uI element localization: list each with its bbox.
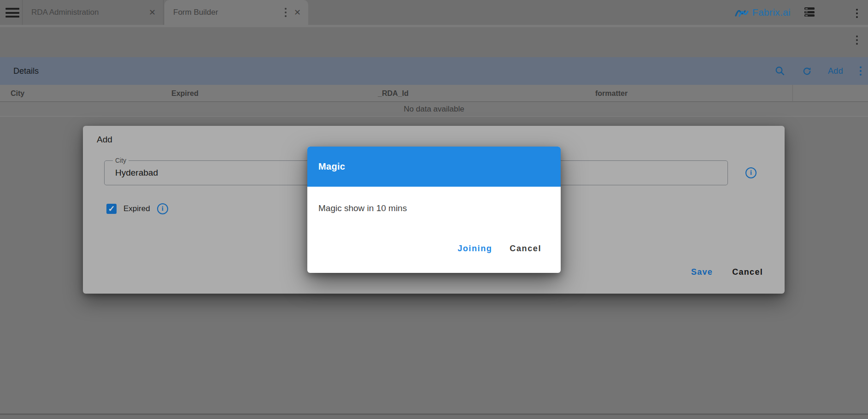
- page-kebab-icon[interactable]: [853, 34, 861, 47]
- brand-logo: Fabrix.ai: [735, 0, 791, 25]
- column-header-formatter[interactable]: formatter: [595, 85, 628, 102]
- expired-checkbox-label: Expired: [123, 204, 150, 213]
- toolbar-kebab-icon[interactable]: [859, 65, 862, 77]
- tab-label: RDA Administration: [23, 8, 145, 17]
- search-icon[interactable]: [774, 65, 786, 77]
- close-icon[interactable]: ✕: [290, 7, 308, 18]
- save-button[interactable]: Save: [691, 267, 713, 277]
- magic-dialog-title: Magic: [307, 161, 345, 172]
- tab-form-builder[interactable]: Form Builder ✕: [164, 0, 308, 25]
- table-header-row: City Expired _RDA_Id formatter: [0, 85, 868, 102]
- fabrix-wave-icon: [735, 7, 749, 18]
- footer-strip: [0, 415, 868, 419]
- column-header-city[interactable]: City: [11, 85, 24, 102]
- refresh-icon[interactable]: [801, 65, 812, 77]
- brand-name: Fabrix.ai: [752, 7, 791, 18]
- expired-info-icon[interactable]: i: [157, 203, 168, 214]
- magic-cancel-button[interactable]: Cancel: [510, 244, 541, 254]
- tab-rda-administration[interactable]: RDA Administration ✕: [22, 0, 164, 25]
- column-header-rda-id[interactable]: _RDA_Id: [378, 85, 409, 102]
- tab-options-kebab-icon[interactable]: [282, 6, 289, 19]
- top-tab-bar: RDA Administration ✕ Form Builder ✕ Fabr…: [0, 0, 868, 25]
- magic-dialog-message: Magic show in 10 mins: [318, 203, 407, 213]
- table-empty-message: No data available: [0, 102, 868, 117]
- expired-checkbox[interactable]: ✓: [106, 204, 117, 214]
- close-icon[interactable]: ✕: [145, 7, 163, 18]
- city-info-icon[interactable]: i: [745, 167, 757, 178]
- details-toolbar: Details Add: [0, 57, 868, 85]
- dialog-title: Add: [97, 135, 112, 145]
- tab-label: Form Builder: [164, 8, 282, 17]
- column-header-expired[interactable]: Expired: [171, 85, 199, 102]
- header-kebab-icon[interactable]: [853, 7, 861, 20]
- column-divider: [792, 85, 793, 102]
- section-title: Details: [0, 66, 39, 76]
- server-list-icon[interactable]: [804, 7, 815, 18]
- add-button[interactable]: Add: [828, 66, 843, 76]
- add-cancel-button[interactable]: Cancel: [732, 267, 763, 277]
- magic-dialog-header: Magic: [307, 147, 561, 187]
- page-action-row: [0, 27, 868, 57]
- joining-button[interactable]: Joining: [457, 244, 492, 254]
- hamburger-menu-icon[interactable]: [6, 8, 19, 18]
- magic-dialog: Magic Magic show in 10 mins Joining Canc…: [307, 147, 561, 273]
